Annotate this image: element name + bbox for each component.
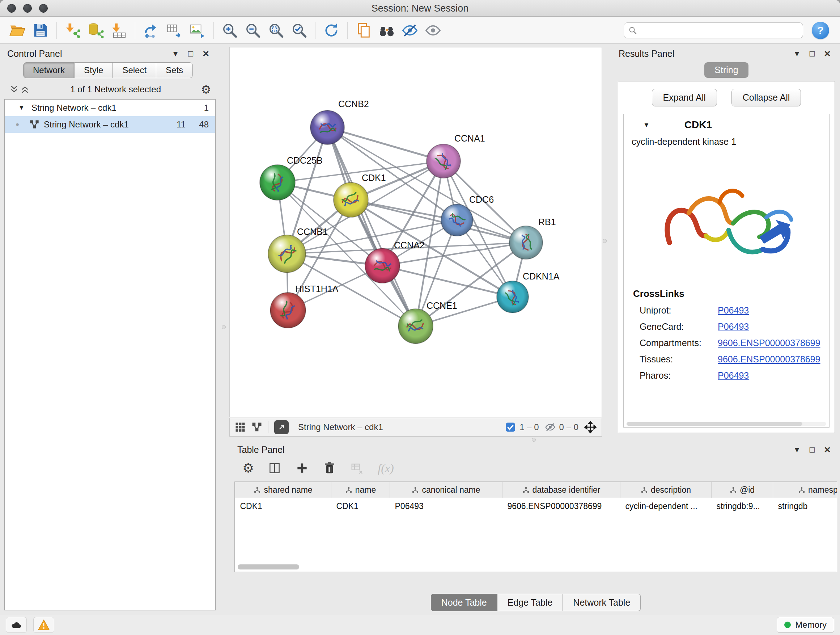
horizontal-scrollbar[interactable]	[238, 564, 361, 570]
open-session-button[interactable]	[6, 19, 29, 41]
tree-expanded-icon[interactable]: ▼	[19, 104, 27, 111]
pharos-link[interactable]: P06493	[718, 371, 749, 381]
expand-all-icon[interactable]	[19, 85, 30, 94]
save-session-button[interactable]	[29, 19, 52, 41]
hide-selected-button[interactable]	[398, 19, 422, 41]
panel-float-icon[interactable]: □	[805, 49, 819, 59]
network-node-ccna2[interactable]	[365, 249, 400, 283]
network-node-cdc25b[interactable]	[260, 165, 295, 200]
network-collection-row[interactable]: ▼ String Network – cdk1 1	[5, 100, 215, 116]
network-node-ccnb2[interactable]	[310, 111, 344, 144]
tab-sets[interactable]: Sets	[156, 62, 193, 78]
section-collapse-icon[interactable]: ▼	[643, 121, 650, 129]
network-edge[interactable]	[327, 127, 416, 326]
crosslink-label: GeneCard:	[639, 321, 718, 332]
refresh-icon	[323, 22, 340, 39]
warnings-button[interactable]	[33, 617, 54, 633]
panel-close-icon[interactable]: ×	[199, 48, 213, 60]
column-header[interactable]: canonical name	[390, 482, 502, 498]
tissues-link[interactable]: 9606.ENSP00000378699	[718, 354, 821, 364]
column-header[interactable]: namespac	[773, 482, 837, 498]
cell-database-identifier: 9606.ENSP00000378699	[502, 498, 621, 515]
tab-edge-table[interactable]: Edge Table	[497, 594, 563, 611]
panel-menu-icon[interactable]: ▾	[169, 49, 182, 59]
show-all-button[interactable]	[422, 19, 445, 41]
tab-string[interactable]: String	[704, 62, 748, 78]
zoom-selected-button[interactable]	[287, 19, 311, 41]
panel-float-icon[interactable]: □	[184, 49, 197, 59]
column-header[interactable]: description	[621, 482, 712, 498]
help-button[interactable]: ?	[812, 22, 829, 39]
binoculars-button[interactable]	[375, 19, 398, 41]
tab-network-table[interactable]: Network Table	[563, 594, 641, 611]
tab-node-table[interactable]: Node Table	[431, 594, 497, 611]
export-table-button[interactable]	[163, 19, 186, 41]
apply-layout-button[interactable]	[320, 19, 343, 41]
panel-menu-icon[interactable]: ▾	[790, 445, 804, 455]
expand-all-button[interactable]: Expand All	[652, 89, 717, 106]
new-network-from-selection-button[interactable]	[140, 19, 163, 41]
horizontal-scrollbar[interactable]	[627, 422, 826, 426]
network-node-hist1h1a[interactable]	[270, 293, 306, 328]
import-network-from-file-button[interactable]	[61, 19, 84, 41]
eye-slash-icon	[401, 22, 418, 39]
network-options-gear-icon[interactable]: ⚙	[201, 82, 211, 96]
network-node-ccne1[interactable]	[398, 309, 433, 344]
zoom-in-button[interactable]	[218, 19, 241, 41]
network-node-cdk1[interactable]	[333, 182, 368, 217]
column-header[interactable]: name	[332, 482, 390, 498]
collapse-all-icon[interactable]	[9, 85, 19, 94]
node-label: CCNA2	[394, 240, 425, 250]
network-node-cdkn1a[interactable]	[497, 281, 529, 313]
network-view-icon[interactable]	[251, 422, 262, 432]
network-row[interactable]: ● String Network – cdk1 11 48	[5, 116, 215, 133]
search-input[interactable]	[640, 25, 798, 35]
shared-column-icon	[412, 486, 419, 494]
column-header[interactable]: @id	[712, 482, 773, 498]
panel-float-icon[interactable]: □	[805, 445, 819, 455]
uniprot-link[interactable]: P06493	[718, 305, 749, 316]
compartments-link[interactable]: 9606.ENSP00000378699	[718, 338, 821, 348]
cell-namespace: stringdb	[773, 498, 837, 515]
node-label: RB1	[538, 217, 556, 227]
table-options-gear-icon[interactable]: ⚙	[242, 461, 254, 476]
collapse-all-button[interactable]: Collapse All	[731, 89, 801, 106]
horizontal-splitter-handle[interactable]	[532, 438, 536, 442]
zoom-out-button[interactable]	[241, 19, 264, 41]
export-image-button[interactable]	[186, 19, 209, 41]
add-column-icon[interactable]	[295, 461, 309, 475]
tab-select[interactable]: Select	[113, 62, 156, 78]
network-edge[interactable]	[327, 127, 444, 161]
table-row[interactable]: CDK1 CDK1 P06493 9606.ENSP00000378699 cy…	[235, 498, 837, 515]
genecard-link[interactable]: P06493	[718, 321, 749, 332]
tab-style[interactable]: Style	[74, 62, 113, 78]
panel-menu-icon[interactable]: ▾	[790, 49, 804, 59]
network-node-rb1[interactable]	[509, 226, 543, 259]
document-copy-button[interactable]	[352, 19, 375, 41]
network-node-cdc6[interactable]	[441, 204, 473, 236]
toolbar-search	[624, 22, 803, 38]
column-header[interactable]: shared name	[235, 482, 332, 498]
tab-network[interactable]: Network	[23, 62, 74, 78]
network-node-ccna1[interactable]	[426, 144, 461, 178]
zoom-fit-button[interactable]	[264, 19, 287, 41]
panel-close-icon[interactable]: ×	[821, 48, 834, 60]
table-type-tabs: Node Table Edge Table Network Table	[234, 594, 837, 611]
app-window: Session: New Session	[0, 0, 840, 635]
memory-button[interactable]: Memory	[777, 617, 834, 633]
import-network-from-database-button[interactable]	[84, 19, 107, 41]
crosslink-row: Compartments: 9606.ENSP00000378699	[624, 335, 829, 351]
pan-crosshair-icon[interactable]	[584, 421, 597, 433]
delete-column-icon[interactable]	[323, 461, 336, 475]
cloud-status-button[interactable]	[6, 617, 27, 633]
import-table-from-file-button[interactable]	[107, 19, 131, 41]
vertical-splitter-handle[interactable]	[603, 239, 607, 243]
vertical-splitter-handle[interactable]	[222, 325, 226, 329]
show-columns-icon[interactable]	[268, 461, 281, 475]
network-node-ccnb1[interactable]	[268, 235, 306, 272]
grid-view-icon[interactable]	[235, 422, 246, 432]
network-canvas[interactable]: CCNB2CCNA1CDC25BCDK1CDC6RB1CCNB1CCNA2CDK…	[229, 47, 602, 417]
birdseye-view-button[interactable]	[274, 420, 289, 434]
column-header[interactable]: database identifier	[502, 482, 621, 498]
panel-close-icon[interactable]: ×	[821, 443, 834, 456]
